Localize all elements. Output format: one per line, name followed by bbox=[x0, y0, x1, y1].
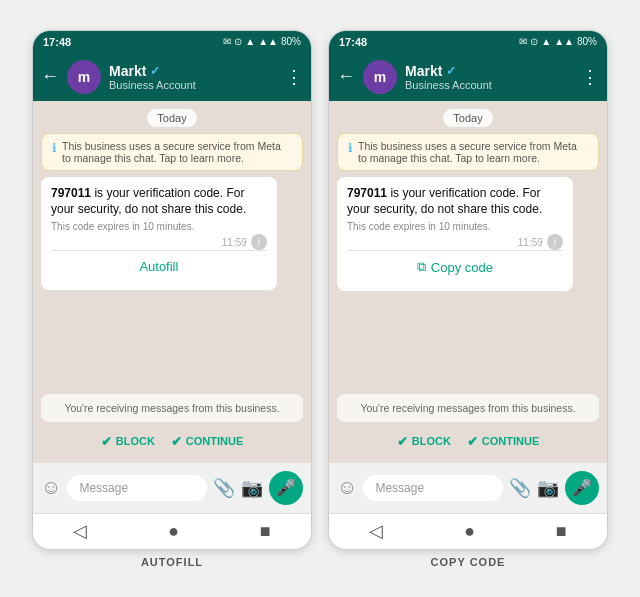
contact-name: Markt bbox=[109, 63, 146, 79]
message-subtext: This code expires in 10 minutes. bbox=[347, 221, 563, 232]
date-bubble: Today bbox=[443, 109, 492, 127]
info-message[interactable]: ℹ This business uses a secure service fr… bbox=[41, 133, 303, 171]
message-text: 797011 is your verification code. For yo… bbox=[347, 185, 563, 219]
block-label: BLOCK bbox=[412, 435, 451, 447]
business-notice: You're receiving messages from this busi… bbox=[337, 394, 599, 422]
message-info-button[interactable]: i bbox=[251, 234, 267, 250]
header-info: Markt ✓ Business Account bbox=[109, 63, 277, 91]
continue-label: CONTINUE bbox=[186, 435, 243, 447]
phone-wrapper-autofill: 17:48 ✉ ⊙ ▲ ▲▲ 80% ← m Markt ✓ Business … bbox=[32, 30, 312, 568]
whatsapp-status-icon: ⊙ bbox=[530, 36, 538, 47]
copy-icon: ⧉ bbox=[417, 259, 426, 275]
back-button[interactable]: ← bbox=[41, 66, 59, 87]
attach-button[interactable]: 📎 bbox=[509, 477, 531, 499]
info-message-text: This business uses a secure service from… bbox=[62, 140, 292, 164]
mic-button[interactable]: 🎤 bbox=[565, 471, 599, 505]
info-message-text: This business uses a secure service from… bbox=[358, 140, 588, 164]
chat-header: ← m Markt ✓ Business Account ⋮ bbox=[33, 53, 311, 101]
date-bubble: Today bbox=[147, 109, 196, 127]
block-continue-row: ✔ BLOCK ✔ CONTINUE bbox=[337, 428, 599, 455]
input-area: ☺ Message 📎 📷 🎤 bbox=[329, 463, 607, 513]
recents-nav-button[interactable]: ■ bbox=[556, 521, 567, 542]
autofill-button[interactable]: Autofill bbox=[59, 259, 259, 274]
recents-nav-button[interactable]: ■ bbox=[260, 521, 271, 542]
wifi-icon: ▲ bbox=[245, 36, 255, 47]
phones-container: 17:48 ✉ ⊙ ▲ ▲▲ 80% ← m Markt ✓ Business … bbox=[22, 10, 618, 588]
message-time: 11:59 bbox=[518, 237, 543, 248]
status-bar: 17:48 ✉ ⊙ ▲ ▲▲ 80% bbox=[33, 31, 311, 53]
phone-copy-code: 17:48 ✉ ⊙ ▲ ▲▲ 80% ← m Markt ✓ Business … bbox=[328, 30, 608, 550]
status-time: 17:48 bbox=[339, 36, 367, 48]
business-notice: You're receiving messages from this busi… bbox=[41, 394, 303, 422]
nav-bar: ◁●■ bbox=[33, 513, 311, 549]
message-time-row: 11:59 i bbox=[347, 234, 563, 250]
continue-button[interactable]: ✔ CONTINUE bbox=[171, 434, 243, 449]
block-check-icon: ✔ bbox=[101, 434, 112, 449]
info-message[interactable]: ℹ This business uses a secure service fr… bbox=[337, 133, 599, 171]
block-button[interactable]: ✔ BLOCK bbox=[101, 434, 155, 449]
action-button-area: ⧉Copy code bbox=[347, 250, 563, 283]
avatar: m bbox=[363, 60, 397, 94]
block-button[interactable]: ✔ BLOCK bbox=[397, 434, 451, 449]
emoji-button[interactable]: ☺ bbox=[41, 476, 61, 499]
chat-area: Today ℹ This business uses a secure serv… bbox=[329, 101, 607, 463]
signal-icon: ▲▲ bbox=[258, 36, 278, 47]
continue-label: CONTINUE bbox=[482, 435, 539, 447]
attach-button[interactable]: 📎 bbox=[213, 477, 235, 499]
verification-code: 797011 bbox=[347, 186, 387, 200]
battery-icon: 80% bbox=[281, 36, 301, 47]
avatar: m bbox=[67, 60, 101, 94]
signal-icon: ▲▲ bbox=[554, 36, 574, 47]
message-time: 11:59 bbox=[222, 237, 247, 248]
emoji-button[interactable]: ☺ bbox=[337, 476, 357, 499]
input-area: ☺ Message 📎 📷 🎤 bbox=[33, 463, 311, 513]
back-nav-button[interactable]: ◁ bbox=[369, 520, 383, 542]
chat-spacer bbox=[41, 296, 303, 387]
camera-button[interactable]: 📷 bbox=[537, 477, 559, 499]
block-continue-row: ✔ BLOCK ✔ CONTINUE bbox=[41, 428, 303, 455]
verified-badge: ✓ bbox=[446, 64, 456, 78]
info-icon: ℹ bbox=[348, 141, 353, 155]
message-text: 797011 is your verification code. For yo… bbox=[51, 185, 267, 219]
contact-name: Markt bbox=[405, 63, 442, 79]
verified-badge: ✓ bbox=[150, 64, 160, 78]
home-nav-button[interactable]: ● bbox=[168, 521, 179, 542]
action-button-area: Autofill bbox=[51, 250, 267, 282]
back-button[interactable]: ← bbox=[337, 66, 355, 87]
header-subtitle: Business Account bbox=[109, 79, 277, 91]
wifi-icon: ▲ bbox=[541, 36, 551, 47]
back-nav-button[interactable]: ◁ bbox=[73, 520, 87, 542]
phone-label-autofill: AUTOFILL bbox=[141, 556, 203, 568]
message-bubble: 797011 is your verification code. For yo… bbox=[41, 177, 277, 291]
phone-autofill: 17:48 ✉ ⊙ ▲ ▲▲ 80% ← m Markt ✓ Business … bbox=[32, 30, 312, 550]
block-check-icon: ✔ bbox=[397, 434, 408, 449]
battery-icon: 80% bbox=[577, 36, 597, 47]
copy-code-button[interactable]: ⧉Copy code bbox=[355, 259, 555, 275]
info-icon: ℹ bbox=[52, 141, 57, 155]
header-name: Markt ✓ bbox=[109, 63, 277, 79]
message-input[interactable]: Message bbox=[363, 475, 503, 501]
menu-button[interactable]: ⋮ bbox=[285, 66, 303, 88]
continue-check-icon: ✔ bbox=[171, 434, 182, 449]
message-info-button[interactable]: i bbox=[547, 234, 563, 250]
message-input[interactable]: Message bbox=[67, 475, 207, 501]
phone-label-copy-code: COPY CODE bbox=[431, 556, 506, 568]
message-bubble: 797011 is your verification code. For yo… bbox=[337, 177, 573, 292]
home-nav-button[interactable]: ● bbox=[464, 521, 475, 542]
whatsapp-status-icon: ⊙ bbox=[234, 36, 242, 47]
menu-button[interactable]: ⋮ bbox=[581, 66, 599, 88]
message-subtext: This code expires in 10 minutes. bbox=[51, 221, 267, 232]
header-subtitle: Business Account bbox=[405, 79, 573, 91]
block-label: BLOCK bbox=[116, 435, 155, 447]
mic-button[interactable]: 🎤 bbox=[269, 471, 303, 505]
nav-bar: ◁●■ bbox=[329, 513, 607, 549]
header-info: Markt ✓ Business Account bbox=[405, 63, 573, 91]
camera-button[interactable]: 📷 bbox=[241, 477, 263, 499]
status-icons: ✉ ⊙ ▲ ▲▲ 80% bbox=[223, 36, 301, 47]
phone-wrapper-copy-code: 17:48 ✉ ⊙ ▲ ▲▲ 80% ← m Markt ✓ Business … bbox=[328, 30, 608, 568]
continue-button[interactable]: ✔ CONTINUE bbox=[467, 434, 539, 449]
status-bar: 17:48 ✉ ⊙ ▲ ▲▲ 80% bbox=[329, 31, 607, 53]
message-status-icon: ✉ bbox=[223, 36, 231, 47]
verification-code: 797011 bbox=[51, 186, 91, 200]
copy-code-label: Copy code bbox=[431, 260, 493, 275]
